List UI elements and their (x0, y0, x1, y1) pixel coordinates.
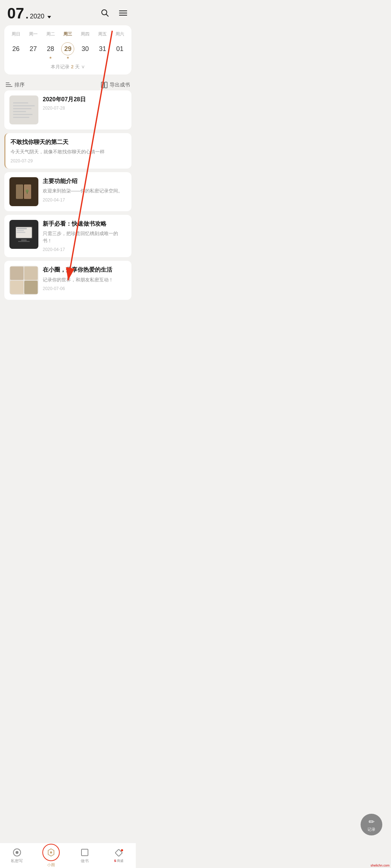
weekday-tue: 周二 (42, 31, 59, 37)
header-actions (100, 8, 129, 20)
weekday-sun: 周日 (7, 31, 25, 37)
diary-title-3: 主要功能介绍 (43, 177, 126, 185)
svg-rect-14 (27, 192, 28, 194)
date-num-31: 31 (96, 42, 109, 55)
diary-preview-5: 记录你的世界，和朋友私密互动！ (43, 276, 126, 284)
svg-rect-10 (16, 184, 23, 199)
diary-thumb-1 (9, 95, 38, 124)
date-dot-27 (32, 57, 34, 59)
diary-title-4: 新手必看：快速做书攻略 (43, 220, 126, 228)
header-year: 07 (7, 6, 24, 21)
date-28[interactable]: 28 (42, 41, 59, 60)
search-button[interactable] (100, 8, 110, 20)
svg-rect-21 (18, 241, 30, 242)
sort-button[interactable]: 排序 (6, 82, 25, 88)
dropdown-icon[interactable] (47, 16, 51, 18)
svg-line-1 (106, 14, 108, 16)
diary-preview-2: 今天天气阴天，就像不敢找你聊天的心情一样 (10, 148, 126, 156)
date-num-27: 27 (27, 42, 40, 55)
diary-content-5: 在小圈，分享你热爱的生活 记录你的世界，和朋友私密互动！ 2020-07-06 (43, 266, 126, 291)
date-num-29: 29 (61, 42, 74, 55)
sort-label: 排序 (14, 82, 25, 88)
diary-thumb-4 (9, 220, 38, 249)
diary-content-3: 主要功能介绍 欢迎来到拾柒——你的私密记录空间。 2020-04-17 (43, 177, 126, 203)
diary-thumb-5 (9, 266, 38, 295)
weekday-thu: 周四 (76, 31, 94, 37)
diary-item-2[interactable]: 不敢找你聊天的第二天 今天天气阴天，就像不敢找你聊天的心情一样 2020-07-… (4, 133, 131, 169)
date-dot-01 (119, 57, 121, 59)
diary-content-4: 新手必看：快速做书攻略 只需三步，把珍贵回忆镌刻成唯一的书！ 2020-04-1… (43, 220, 126, 252)
weekday-wed: 周三 (59, 31, 77, 37)
weekday-sat: 周六 (111, 31, 129, 37)
export-button[interactable]: 导出成书 (101, 82, 130, 88)
diary-preview-3: 欢迎来到拾柒——你的私密记录空间。 (43, 187, 126, 195)
date-num-28: 28 (44, 42, 57, 55)
screen-thumb-icon (13, 224, 35, 245)
date-dot-31 (102, 57, 104, 59)
diary-item-5[interactable]: 在小圈，分享你热爱的生活 记录你的世界，和朋友私密互动！ 2020-07-06 (4, 261, 131, 300)
date-num-01: 01 (113, 42, 126, 55)
date-27[interactable]: 27 (25, 41, 42, 60)
sort-icon (6, 82, 12, 88)
date-num-30: 30 (79, 42, 92, 55)
svg-rect-9 (105, 82, 107, 88)
thumb-lines-1 (9, 95, 38, 124)
svg-rect-17 (17, 228, 27, 229)
diary-item-3[interactable]: 主要功能介绍 欢迎来到拾柒——你的私密记录空间。 2020-04-17 (4, 172, 131, 211)
date-num-26: 26 (9, 42, 22, 55)
month-summary[interactable]: 本月记录 2 天 ∨ (7, 64, 129, 70)
weekday-fri: 周五 (94, 31, 111, 37)
diary-content-1: 2020年07月28日 2020-07-28 (43, 95, 126, 111)
svg-rect-19 (17, 232, 25, 233)
svg-rect-8 (101, 82, 104, 88)
date-dot-30 (84, 57, 86, 59)
date-26[interactable]: 26 (7, 41, 25, 60)
header-date: 07 . 2020 (7, 6, 51, 21)
header-dot: . (26, 9, 29, 21)
menu-icon (119, 10, 127, 16)
date-29[interactable]: 29 (59, 41, 77, 60)
svg-rect-18 (17, 230, 24, 231)
diary-date-4: 2020-04-17 (43, 247, 126, 252)
diary-title-1: 2020年07月28日 (43, 95, 126, 103)
book-thumb-icon (13, 181, 35, 203)
date-dot-28 (50, 57, 51, 59)
date-01[interactable]: 01 (111, 41, 129, 60)
diary-title-5: 在小圈，分享你热爱的生活 (43, 266, 126, 274)
app-header: 07 . 2020 (0, 0, 136, 24)
weekday-mon: 周一 (25, 31, 42, 37)
search-icon (101, 9, 109, 17)
list-toolbar: 排序 导出成书 (0, 79, 136, 90)
diary-thumb-3 (9, 177, 38, 206)
calendar-card: 周日 周一 周二 周三 周四 周五 周六 26 27 28 29 30 31 (4, 25, 131, 75)
date-dot-29 (67, 57, 69, 59)
export-label: 导出成书 (110, 82, 130, 88)
diary-date-3: 2020-04-17 (43, 197, 126, 203)
diary-item-1[interactable]: 2020年07月28日 2020-07-28 (4, 90, 131, 129)
diary-date-5: 2020-07-06 (43, 286, 126, 291)
diary-title-2: 不敢找你聊天的第二天 (10, 138, 126, 146)
date-30[interactable]: 30 (76, 41, 94, 60)
weekday-labels: 周日 周一 周二 周三 周四 周五 周六 (7, 31, 129, 37)
export-icon (101, 82, 108, 88)
date-31[interactable]: 31 (94, 41, 111, 60)
diary-preview-4: 只需三步，把珍贵回忆镌刻成唯一的书！ (43, 230, 126, 244)
diary-list: 2020年07月28日 2020-07-28 不敢找你聊天的第二天 今天天气阴天… (0, 90, 136, 336)
calendar-dates: 26 27 28 29 30 31 01 (7, 41, 129, 60)
svg-rect-20 (21, 239, 27, 241)
menu-button[interactable] (118, 9, 129, 18)
diary-content-2: 不敢找你聊天的第二天 今天天气阴天，就像不敢找你聊天的心情一样 2020-07-… (10, 138, 126, 163)
diary-item-4[interactable]: 新手必看：快速做书攻略 只需三步，把珍贵回忆镌刻成唯一的书！ 2020-04-1… (4, 215, 131, 257)
summary-count: 2 (71, 64, 73, 69)
diary-date-2: 2020-07-29 (10, 158, 126, 163)
date-dot-26 (15, 57, 17, 59)
header-month: 2020 (30, 13, 45, 20)
diary-date-1: 2020-07-28 (43, 106, 126, 111)
